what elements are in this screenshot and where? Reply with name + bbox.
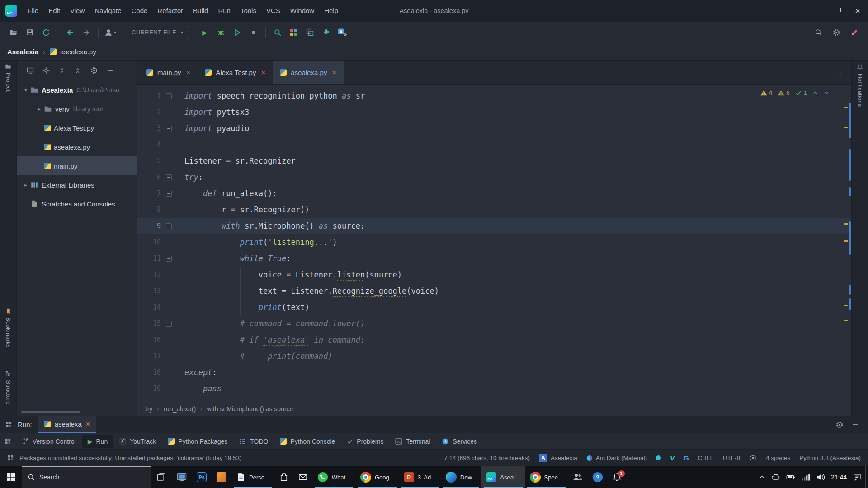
action-center-icon[interactable]	[853, 473, 862, 482]
cloud-icon[interactable]	[771, 473, 780, 482]
toolwindow-todo[interactable]: TODO	[234, 435, 274, 448]
code-line-11[interactable]: 11− while True:	[137, 250, 851, 267]
editor-breadcrumb-item[interactable]: with sr.Microphone() as source	[207, 405, 293, 413]
code-editor[interactable]: 1−import speech_recognintion_python as s…	[137, 85, 851, 402]
tab-close-icon[interactable]: ×	[332, 68, 336, 77]
code-line-16[interactable]: 16 # if 'asealexa' in command:	[137, 332, 851, 348]
search-everywhere-button[interactable]	[269, 25, 286, 40]
run-tab-asealexa[interactable]: asealexa ×	[38, 416, 96, 433]
task-view-button[interactable]	[151, 466, 172, 488]
run-button[interactable]: ▶	[197, 25, 213, 40]
battery-icon[interactable]	[786, 473, 795, 482]
close-button[interactable]: ×	[847, 0, 868, 22]
toolwindow-button-structure[interactable]: Structure	[0, 371, 16, 405]
toolwindow-version-control[interactable]: Version Control	[17, 435, 81, 448]
reader-mode-toggle[interactable]	[749, 454, 757, 462]
tree-chevron-icon[interactable]: ▾	[21, 87, 30, 93]
hide-panel-icon[interactable]	[852, 421, 859, 428]
editor-tab-main-py[interactable]: main.py×	[139, 61, 198, 84]
start-button[interactable]	[0, 466, 22, 488]
stop-button[interactable]: ■	[245, 25, 262, 40]
tab-close-icon[interactable]: ×	[261, 68, 265, 77]
taskbar-app-help[interactable]: ?	[588, 466, 608, 488]
toolwindow-button-project[interactable]: Project	[0, 63, 16, 92]
project-widget[interactable]: A Asealexia	[539, 454, 577, 462]
open-button[interactable]	[5, 25, 22, 40]
code-line-17[interactable]: 17 # print(command)	[137, 348, 851, 364]
material-theme-widget[interactable]: V	[670, 454, 675, 462]
screen-button[interactable]	[27, 67, 34, 74]
menu-window[interactable]: Window	[285, 0, 319, 22]
locate-button[interactable]	[42, 67, 50, 74]
theme-widget[interactable]: Arc Dark (Material)	[586, 455, 647, 461]
toolwindow-python-packages[interactable]: Python Packages	[162, 435, 233, 448]
horizontal-scrollbar[interactable]	[21, 411, 80, 413]
inspections-widget[interactable]: 4 6 1	[759, 89, 831, 97]
clock[interactable]: 21:44	[831, 474, 847, 481]
code-line-3[interactable]: 3−import pyaudio	[137, 120, 851, 136]
taskbar-app-aseal[interactable]: PCAseal...	[481, 466, 524, 488]
file-encoding[interactable]: UTF-8	[723, 455, 740, 461]
toolwindow-switcher-icon[interactable]	[5, 438, 11, 445]
close-icon[interactable]: ×	[86, 420, 90, 428]
toolwindow-run[interactable]: ▶Run	[82, 435, 113, 448]
fold-marker[interactable]: −	[161, 88, 176, 104]
taskbar-app-what[interactable]: What...	[312, 466, 355, 488]
taskbar-app-dow[interactable]: Dow...	[441, 466, 481, 488]
toolwindow-button-bookmarks[interactable]: Bookmarks	[0, 308, 16, 348]
google-widget[interactable]: G	[684, 454, 689, 462]
collapse-all-button[interactable]	[74, 67, 81, 74]
tree-item-scratches-and-consoles[interactable]: Scratches and Consoles	[17, 194, 137, 213]
menu-edit[interactable]: Edit	[43, 0, 65, 22]
pen-button[interactable]	[846, 25, 863, 40]
fold-marker[interactable]: −	[161, 315, 176, 332]
taskbar-app-people[interactable]	[568, 466, 588, 488]
taskbar-app-monitor[interactable]	[172, 466, 192, 488]
run-configuration-dropdown[interactable]: CURRENT FILE▾	[126, 26, 189, 39]
toolwindow-terminal[interactable]: Terminal	[390, 435, 435, 448]
tree-item-external-libraries[interactable]: ▸External Libraries	[17, 175, 137, 194]
coverage-button[interactable]	[229, 25, 245, 40]
toolwindow-problems[interactable]: Problems	[341, 435, 389, 448]
save-button[interactable]	[22, 25, 38, 40]
tree-item-alexa-test-py[interactable]: Alexa Test.py	[17, 118, 137, 137]
toolwindow-button-notifications[interactable]: Notifications	[852, 64, 868, 107]
code-line-14[interactable]: 14 print(text)	[137, 299, 851, 315]
line-separator[interactable]: CRLF	[698, 455, 714, 461]
taskbar-app-goog[interactable]: Goog...	[355, 466, 399, 488]
back-button[interactable]	[62, 25, 78, 40]
volume-icon[interactable]	[816, 473, 825, 482]
menu-view[interactable]: View	[65, 0, 90, 22]
settings-button[interactable]	[90, 66, 98, 75]
settings-button[interactable]	[828, 25, 844, 40]
fold-marker[interactable]: −	[161, 250, 176, 267]
code-line-1[interactable]: 1−import speech_recognintion_python as s…	[137, 88, 851, 104]
restore-button[interactable]	[826, 0, 847, 22]
taskbar-app-bell[interactable]: 1	[608, 466, 627, 488]
search-button[interactable]	[810, 25, 826, 40]
editor-breadcrumb-item[interactable]: run_alexa()	[164, 405, 196, 413]
editor-options-icon[interactable]: ⋮	[829, 61, 851, 84]
code-line-19[interactable]: 19 pass	[137, 380, 851, 397]
code-line-10[interactable]: 10 print('listening...')	[137, 234, 851, 250]
next-problem-icon[interactable]	[824, 90, 830, 96]
menu-code[interactable]: Code	[126, 0, 152, 22]
python-interpreter[interactable]: Python 3.8 (Asealexia)	[799, 455, 861, 461]
fold-marker[interactable]: −	[161, 185, 176, 202]
breadcrumb-file[interactable]: asealexa.py	[50, 48, 96, 56]
warnings-indicator[interactable]: 4	[760, 89, 773, 96]
code-line-6[interactable]: 6−try:	[137, 169, 851, 185]
accent-color-indicator[interactable]	[656, 455, 661, 460]
taskbar-app-perso[interactable]: Perso...	[231, 466, 274, 488]
minimize-button[interactable]	[806, 0, 826, 22]
code-line-5[interactable]: 5Listener = sr.Recognizer	[137, 153, 851, 169]
menu-vcs[interactable]: VCS	[261, 0, 285, 22]
code-line-12[interactable]: 12 voice = Listener.listen(source)	[137, 267, 851, 283]
menu-navigate[interactable]: Navigate	[90, 0, 126, 22]
code-line-15[interactable]: 15− # command = command.lower()	[137, 315, 851, 332]
fold-marker[interactable]: −	[161, 218, 176, 234]
tree-item-asealexia[interactable]: ▾AsealexiaC:\Users\Perso	[17, 80, 137, 99]
editor-tab-asealexa-py[interactable]: asealexa.py×	[273, 61, 344, 84]
hide-button[interactable]	[107, 67, 114, 74]
taskbar-app-3-ad[interactable]: P3. Ad...	[399, 466, 441, 488]
